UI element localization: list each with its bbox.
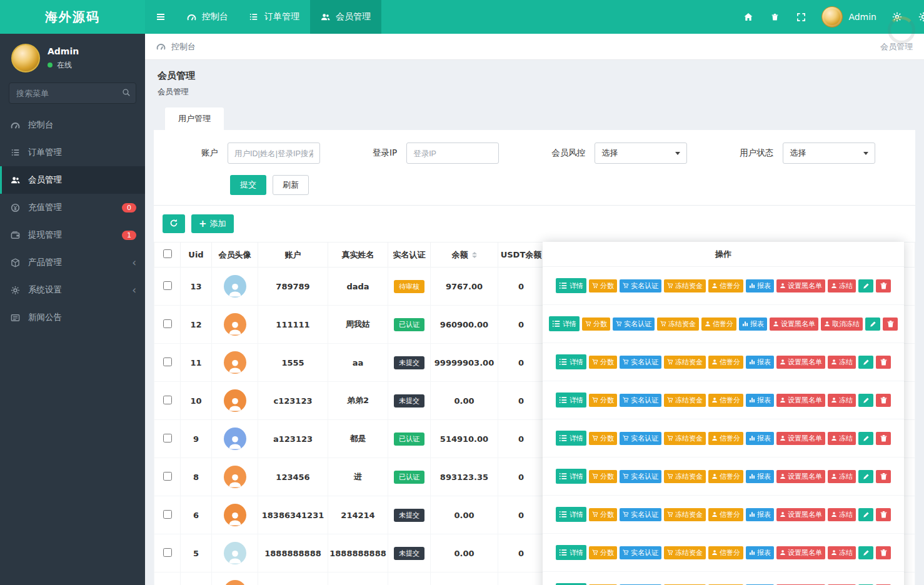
edit-button[interactable] [858,546,873,559]
sidebar-toggle-button[interactable] [145,0,176,34]
account-search-input[interactable] [228,142,320,164]
detail-button[interactable]: 详情 [549,316,580,331]
sidebar-item-recharge[interactable]: 充值管理0 [0,194,145,221]
freeze-button[interactable]: 冻结 [828,470,856,483]
delete-button[interactable] [876,356,891,369]
set-blacklist-button[interactable]: 设置黑名单 [776,356,825,369]
edit-button[interactable] [858,279,873,292]
freeze-funds-button[interactable]: 冻结资金 [664,546,706,559]
topnav-dashboard[interactable]: 控制台 [176,0,239,34]
report-button[interactable]: 报表 [739,318,767,331]
refresh-button[interactable]: 刷新 [273,175,309,195]
sidebar-item-products[interactable]: 产品管理‹ [0,249,145,276]
login-ip-input[interactable] [406,142,499,164]
sidebar-item-settings[interactable]: 系统设置‹ [0,276,145,304]
table-refresh-button[interactable] [163,214,185,233]
score-button[interactable]: 分数 [589,432,617,445]
set-blacklist-button[interactable]: 设置黑名单 [776,279,825,292]
freeze-funds-button[interactable]: 冻结资金 [664,279,706,292]
balance-sort[interactable] [472,252,477,258]
score-button[interactable]: 分数 [589,356,617,369]
select-all-checkbox[interactable] [163,249,172,258]
detail-button[interactable]: 详情 [556,507,586,522]
credit-score-button[interactable]: 信誉分 [708,279,743,292]
set-blacklist-button[interactable]: 设置黑名单 [770,318,818,331]
delete-button[interactable] [876,394,891,407]
detail-button[interactable]: 详情 [556,278,586,293]
edit-button[interactable] [858,432,873,445]
status-select[interactable]: 选择 [783,142,875,164]
edit-button[interactable] [858,394,873,407]
set-blacklist-button[interactable]: 设置黑名单 [776,546,825,559]
topnav-members[interactable]: 会员管理 [310,0,381,34]
set-blacklist-button[interactable]: 设置黑名单 [776,470,825,483]
freeze-funds-button[interactable]: 冻结资金 [664,508,706,521]
edit-button[interactable] [865,318,880,331]
delete-button[interactable] [876,432,891,445]
realname-auth-button[interactable]: 实名认证 [620,279,661,292]
delete-button[interactable] [876,470,891,483]
set-blacklist-button[interactable]: 设置黑名单 [776,394,825,407]
realname-auth-button[interactable]: 实名认证 [620,546,661,559]
freeze-funds-button[interactable]: 冻结资金 [664,394,706,407]
row-checkbox[interactable] [163,319,172,328]
sidebar-item-withdraw[interactable]: 提现管理1 [0,221,145,249]
row-checkbox[interactable] [163,396,172,404]
credit-score-button[interactable]: 信誉分 [708,470,743,483]
row-checkbox[interactable] [163,434,172,442]
freeze-funds-button[interactable]: 冻结资金 [664,432,706,445]
report-button[interactable]: 报表 [746,508,774,521]
user-menu[interactable]: Admin [821,6,876,28]
credit-score-button[interactable]: 信誉分 [708,394,743,407]
freeze-button[interactable]: 冻结 [828,394,856,407]
gear-icon[interactable] [891,11,903,22]
report-button[interactable]: 报表 [746,432,774,445]
freeze-funds-button[interactable]: 冻结资金 [664,356,706,369]
realname-auth-button[interactable]: 实名认证 [620,470,661,483]
delete-button[interactable] [883,318,898,331]
edit-button[interactable] [858,470,873,483]
detail-button[interactable]: 详情 [556,545,586,560]
realname-auth-button[interactable]: 实名认证 [613,318,655,331]
realname-auth-button[interactable]: 实名认证 [620,432,661,445]
set-blacklist-button[interactable]: 设置黑名单 [776,432,825,445]
freeze-funds-button[interactable]: 冻结资金 [664,470,706,483]
detail-button[interactable]: 详情 [556,392,586,408]
credit-score-button[interactable]: 信誉分 [708,432,743,445]
edit-button[interactable] [858,356,873,369]
edit-button[interactable] [858,508,873,521]
score-button[interactable]: 分数 [589,394,617,407]
topnav-orders[interactable]: 订单管理 [239,0,310,34]
freeze-button[interactable]: 取消冻结 [821,318,863,331]
score-button[interactable]: 分数 [589,508,617,521]
score-button[interactable]: 分数 [589,279,617,292]
freeze-button[interactable]: 冻结 [828,279,856,292]
risk-select[interactable]: 选择 [595,142,687,164]
score-button[interactable]: 分数 [589,546,617,559]
breadcrumb-left[interactable]: 控制台 [156,41,196,52]
delete-button[interactable] [876,508,891,521]
menu-search-input[interactable] [9,82,136,104]
detail-button[interactable]: 详情 [556,431,586,446]
credit-score-button[interactable]: 信誉分 [708,508,743,521]
tab-user-management[interactable]: 用户管理 [165,108,224,130]
credit-score-button[interactable]: 信誉分 [701,318,736,331]
realname-auth-button[interactable]: 实名认证 [620,356,661,369]
sidebar-item-orders[interactable]: 订单管理 [0,139,145,166]
row-checkbox[interactable] [163,281,172,290]
home-icon[interactable] [743,11,754,22]
search-icon[interactable] [122,88,131,97]
submit-button[interactable]: 提交 [230,175,266,195]
freeze-funds-button[interactable]: 冻结资金 [657,318,699,331]
settings-gear-icon[interactable] [918,11,924,22]
delete-button[interactable] [876,546,891,559]
add-member-button[interactable]: + 添加 [191,214,234,233]
row-checkbox[interactable] [163,358,172,366]
sidebar-item-news[interactable]: 新闻公告 [0,304,145,331]
row-checkbox[interactable] [163,472,172,481]
fullscreen-icon[interactable] [795,11,806,22]
report-button[interactable]: 报表 [746,470,774,483]
trash-icon[interactable] [769,11,780,22]
detail-button[interactable]: 详情 [556,354,586,369]
row-checkbox[interactable] [163,510,172,519]
